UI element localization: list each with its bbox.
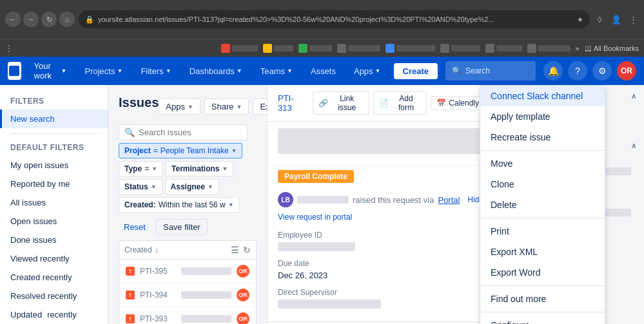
- sidebar-item-open-issues[interactable]: Open issues: [0, 212, 108, 231]
- address-bar[interactable]: 🔒 yoursite.atlassian.net/issues/PTI-313?…: [79, 10, 590, 28]
- sidebar-item-resolved-recently[interactable]: Resolved recently: [0, 287, 108, 305]
- menu-item-move[interactable]: Move: [480, 153, 605, 174]
- details-toggle-icon[interactable]: ∧: [631, 142, 636, 150]
- sidebar-new-search[interactable]: New search: [0, 110, 108, 128]
- issue-key: PTI-395: [140, 267, 176, 276]
- view-request-link[interactable]: View request in portal: [278, 213, 352, 222]
- bookmarks-bar: ⋮ » 🕮 All Bookmarks: [0, 39, 644, 57]
- search-box[interactable]: 🔍: [119, 124, 248, 140]
- refresh-icon[interactable]: ↻: [243, 245, 251, 255]
- menu-item-export-word[interactable]: Export Word: [480, 262, 605, 283]
- detail-issue-key[interactable]: PTI-313: [278, 93, 307, 113]
- menu-item-print[interactable]: Print: [480, 221, 605, 242]
- apps-menu[interactable]: Apps ▼: [349, 64, 386, 79]
- status-filter[interactable]: Status ▼: [119, 179, 162, 195]
- settings-button[interactable]: ⚙: [592, 61, 612, 81]
- help-button[interactable]: ?: [568, 61, 587, 81]
- menu-divider-4: [480, 312, 605, 312]
- status-badge[interactable]: Payroll Complete: [278, 170, 354, 183]
- profile-icon[interactable]: 👤: [610, 14, 622, 25]
- toolbar-right: Apps ▼ Share ▼ Export ▼ VIEW ID ⋯: [159, 96, 267, 118]
- menu-item-recreate-issue[interactable]: Recreate issue: [480, 127, 605, 148]
- menu-icon[interactable]: ⋮: [627, 14, 639, 25]
- back-button[interactable]: ←: [5, 12, 21, 27]
- forward-button[interactable]: →: [23, 12, 39, 27]
- search-input[interactable]: [139, 128, 247, 137]
- menu-item-configure[interactable]: Configure: [480, 315, 605, 324]
- project-filter[interactable]: Project = People Team Intake ▼: [119, 143, 242, 158]
- bookmark-2[interactable]: [263, 44, 293, 53]
- menu-item-delete[interactable]: Delete: [480, 195, 605, 215]
- sidebar-item-created-recently[interactable]: Created recently: [0, 268, 108, 287]
- browser-nav-buttons: ← → ↻ ⌂: [5, 12, 75, 27]
- notifications-button[interactable]: 🔔: [543, 61, 563, 81]
- more-bookmarks[interactable]: »: [576, 44, 580, 52]
- filters-menu[interactable]: Filters ▼: [135, 64, 176, 79]
- bookmark-7[interactable]: [485, 44, 522, 53]
- calendly-button[interactable]: 📅 Calendly: [431, 96, 485, 110]
- sidebar-item-reported-by-me[interactable]: Reported by me: [0, 175, 108, 193]
- sidebar-item-viewed-recently[interactable]: Viewed recently: [0, 249, 108, 268]
- jira-logo[interactable]: [8, 62, 21, 80]
- sidebar-item-my-open[interactable]: My open issues: [0, 156, 108, 175]
- share-chevron-icon: ▼: [237, 104, 242, 110]
- assets-menu[interactable]: Assets: [306, 64, 341, 79]
- menu-item-find-out-more[interactable]: Find out more: [480, 289, 605, 309]
- issue-type-icon: !: [126, 267, 135, 276]
- sort-by-created[interactable]: Created ↓: [124, 245, 159, 254]
- reload-button[interactable]: ↻: [41, 12, 57, 27]
- create-button[interactable]: Create: [394, 63, 438, 79]
- list-options-icon[interactable]: ☰: [231, 245, 239, 255]
- avatar: OR: [237, 289, 249, 301]
- search-bar[interactable]: 🔍 Search: [445, 61, 536, 81]
- share-button[interactable]: Share ▼: [204, 99, 249, 115]
- portal-link[interactable]: Portal: [438, 195, 460, 205]
- export-button[interactable]: Export ▼: [253, 99, 267, 115]
- assignee-filter-chevron: ▼: [208, 184, 213, 190]
- type-values-filter[interactable]: Terminations ▼: [166, 161, 233, 176]
- menu-divider-1: [480, 150, 605, 151]
- menu-item-connect-slack[interactable]: Connect Slack channel: [480, 86, 605, 106]
- created-filter[interactable]: Created: Within the last 56 w ▼: [119, 197, 240, 213]
- jira-logo-inner: [9, 66, 19, 76]
- apps-button[interactable]: Apps ▼: [159, 99, 200, 115]
- table-row[interactable]: ! PTI-394 OR: [119, 283, 256, 307]
- table-row[interactable]: ! PTI-393 OR: [119, 307, 256, 324]
- calendar-icon: 📅: [436, 99, 446, 108]
- your-work-menu[interactable]: Your work ▼: [29, 59, 72, 83]
- browser-icons: ◊ 👤 ⋮: [594, 14, 639, 25]
- table-row[interactable]: ! PTI-395 OR: [119, 260, 256, 283]
- apps-grid-icon[interactable]: ⋮: [5, 44, 13, 53]
- type-filter[interactable]: Type = ▼: [119, 161, 163, 176]
- reset-button[interactable]: Reset: [119, 220, 151, 234]
- sidebar-item-all-issues[interactable]: All issues: [0, 193, 108, 212]
- save-filter-button[interactable]: Save filter: [156, 219, 208, 235]
- bookmark-6[interactable]: [440, 44, 480, 53]
- sidebar-item-done-issues[interactable]: Done issues: [0, 231, 108, 249]
- extensions-icon[interactable]: ◊: [594, 14, 605, 25]
- bookmark-5[interactable]: [385, 44, 435, 53]
- teams-menu[interactable]: Teams ▼: [255, 64, 298, 79]
- menu-item-clone[interactable]: Clone: [480, 174, 605, 195]
- bookmark-3[interactable]: [298, 44, 332, 53]
- dashboards-menu[interactable]: Dashboards ▼: [184, 64, 248, 79]
- teams-chevron: ▼: [287, 68, 293, 74]
- form-icon: 📄: [379, 99, 389, 108]
- sidebar-item-updated-recently[interactable]: Updated recently: [0, 305, 108, 324]
- link-issue-button[interactable]: 🔗 Link issue: [313, 91, 369, 115]
- slas-toggle-icon[interactable]: ∧: [631, 92, 636, 100]
- address-text: yoursite.atlassian.net/issues/PTI-313?jq…: [98, 15, 573, 23]
- gmail-bookmark[interactable]: [221, 44, 258, 53]
- menu-item-apply-template[interactable]: Apply template: [480, 106, 605, 127]
- home-button[interactable]: ⌂: [59, 12, 75, 27]
- add-form-button[interactable]: 📄 Add form: [373, 91, 427, 115]
- issue-list-header: Created ↓ ☰ ↻: [119, 241, 256, 260]
- bookmark-4[interactable]: [337, 44, 380, 53]
- all-bookmarks[interactable]: 🕮 All Bookmarks: [585, 44, 639, 52]
- projects-menu[interactable]: Projects ▼: [80, 64, 128, 79]
- user-avatar[interactable]: OR: [617, 61, 636, 81]
- bookmark-8[interactable]: [527, 44, 571, 53]
- assignee-filter[interactable]: Assignee ▼: [165, 179, 219, 195]
- menu-item-export-xml[interactable]: Export XML: [480, 242, 605, 262]
- sidebar-header: Filters: [0, 93, 108, 110]
